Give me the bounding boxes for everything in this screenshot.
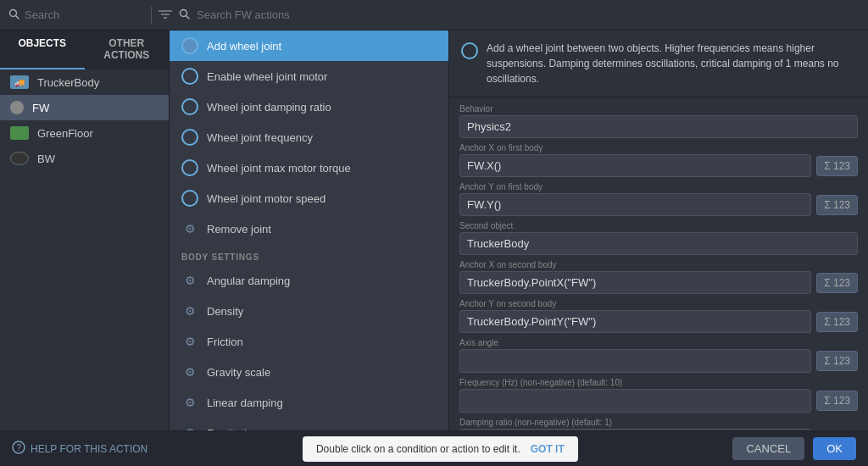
- gear-icon: ⚙: [181, 363, 198, 380]
- action-label: Density: [207, 305, 243, 318]
- gear-icon: ⚙: [181, 333, 198, 350]
- field-label-frequency: Frequency (Hz) (non-negative) (default: …: [459, 378, 858, 387]
- toast-got-it-button[interactable]: GOT IT: [531, 443, 565, 455]
- sigma-button-anchor-y-first[interactable]: Σ 123: [816, 195, 858, 215]
- circle-icon: [181, 129, 198, 146]
- object-label: TruckerBody: [37, 76, 99, 89]
- field-label-axis-angle: Axis angle: [459, 338, 858, 347]
- action-linear-damping[interactable]: ⚙ Linear damping: [170, 387, 448, 418]
- left-panel: OBJECTS OTHER ACTIONS 🚚 TruckerBody FW G…: [0, 31, 170, 430]
- description-area: Add a wheel joint between two objects. H…: [449, 31, 868, 97]
- sigma-button-frequency[interactable]: Σ 123: [816, 391, 858, 411]
- action-wheel-joint-frequency[interactable]: Wheel joint frequency: [170, 122, 448, 153]
- action-label: Linear damping: [207, 397, 283, 409]
- field-row-frequency: Σ 123: [459, 389, 858, 413]
- help-label: HELP FOR THIS ACTION: [31, 443, 147, 455]
- field-row-axis-angle: Σ 123: [459, 349, 858, 373]
- main-content: OBJECTS OTHER ACTIONS 🚚 TruckerBody FW G…: [0, 31, 868, 430]
- action-enable-wheel-joint-motor[interactable]: Enable wheel joint motor: [170, 61, 448, 92]
- action-remove-joint[interactable]: ⚙ Remove joint: [170, 214, 448, 244]
- field-value-second-object[interactable]: TruckerBody: [459, 232, 858, 255]
- help-button[interactable]: ? HELP FOR THIS ACTION: [12, 441, 147, 457]
- object-label: GreenFloor: [37, 127, 93, 140]
- field-anchor-y-first: Anchor Y on first body FW.Y() Σ 123: [459, 182, 858, 216]
- sigma-button-anchor-x-second[interactable]: Σ 123: [816, 273, 858, 293]
- filter-icon[interactable]: [159, 8, 172, 23]
- action-wheel-joint-max-motor-torque[interactable]: Wheel joint max motor torque: [170, 153, 448, 183]
- search-actions-input[interactable]: [197, 8, 349, 21]
- search-icon: [8, 8, 19, 23]
- field-anchor-x-second: Anchor X on second body TruckerBody.Poin…: [459, 260, 858, 294]
- field-value-behavior[interactable]: Physics2: [459, 115, 858, 138]
- svg-line-1: [16, 15, 19, 19]
- object-item-truckerbody[interactable]: 🚚 TruckerBody: [0, 69, 169, 95]
- action-add-wheel-joint[interactable]: Add wheel joint: [170, 31, 448, 61]
- gear-icon: ⚙: [181, 394, 198, 411]
- field-row-behavior: Physics2: [459, 115, 858, 138]
- body-settings-header: BODY SETTINGS: [170, 244, 448, 265]
- cancel-button[interactable]: CANCEL: [732, 437, 804, 460]
- toast-message: Double click on a condition or action to…: [303, 436, 578, 462]
- action-label: Wheel joint frequency: [207, 131, 313, 144]
- field-label-second-object: Second object: [459, 221, 858, 230]
- action-friction[interactable]: ⚙ Friction: [170, 326, 448, 357]
- circle-icon: [181, 68, 198, 85]
- action-wheel-joint-damping-ratio[interactable]: Wheel joint damping ratio: [170, 92, 448, 122]
- circle-icon: [181, 190, 198, 207]
- action-angular-damping[interactable]: ⚙ Angular damping: [170, 265, 448, 296]
- tab-other-actions[interactable]: OTHER ACTIONS: [85, 31, 170, 69]
- field-label-anchor-x-second: Anchor X on second body: [459, 260, 858, 269]
- field-value-anchor-x-first[interactable]: FW.X(): [459, 154, 811, 177]
- field-behavior: Behavior Physics2: [459, 104, 858, 138]
- gear-icon: ⚙: [181, 272, 198, 289]
- description-text: Add a wheel joint between two objects. H…: [487, 41, 856, 86]
- ok-button[interactable]: OK: [813, 437, 856, 460]
- gear-icon: ⚙: [181, 220, 198, 237]
- field-value-anchor-y-first[interactable]: FW.Y(): [459, 193, 811, 216]
- help-circle-icon: ?: [12, 441, 25, 457]
- object-icon-dark: [10, 152, 29, 165]
- object-item-fw[interactable]: FW: [0, 95, 169, 120]
- fields-area: Behavior Physics2 Anchor X on first body…: [449, 97, 868, 430]
- field-row-anchor-y-second: TruckerBody.PointY("FW") Σ 123: [459, 310, 858, 333]
- field-value-frequency[interactable]: [459, 389, 811, 413]
- tab-objects[interactable]: OBJECTS: [0, 31, 85, 69]
- toast-text: Double click on a condition or action to…: [316, 443, 520, 455]
- field-value-axis-angle[interactable]: [459, 349, 811, 373]
- object-item-greenfloor[interactable]: GreenFloor: [0, 120, 169, 146]
- action-label: Friction: [207, 336, 243, 348]
- field-row-anchor-x-first: FW.X() Σ 123: [459, 154, 858, 177]
- field-label-behavior: Behavior: [459, 104, 858, 114]
- filter-area: [159, 8, 349, 23]
- field-label-anchor-y-first: Anchor Y on first body: [459, 182, 858, 191]
- field-value-anchor-x-second[interactable]: TruckerBody.PointX("FW"): [459, 271, 811, 294]
- field-value-anchor-y-second[interactable]: TruckerBody.PointY("FW"): [459, 310, 811, 333]
- action-label: Add wheel joint: [207, 40, 281, 53]
- action-density[interactable]: ⚙ Density: [170, 296, 448, 326]
- action-label: Gravity scale: [207, 366, 270, 379]
- top-bar: [0, 0, 868, 31]
- global-search-input[interactable]: [25, 8, 109, 21]
- gear-icon: ⚙: [181, 424, 198, 430]
- action-wheel-joint-motor-speed[interactable]: Wheel joint motor speed: [170, 183, 448, 214]
- global-search: [8, 8, 144, 23]
- object-label: BW: [37, 153, 55, 165]
- circle-icon: [181, 37, 198, 54]
- field-damping-ratio: Damping ratio (non-negative) (default: 1…: [459, 418, 858, 430]
- right-panel: Add a wheel joint between two objects. H…: [449, 31, 868, 430]
- divider: [151, 7, 152, 24]
- field-row-anchor-x-second: TruckerBody.PointX("FW") Σ 123: [459, 271, 858, 294]
- action-gravity-scale[interactable]: ⚙ Gravity scale: [170, 357, 448, 387]
- action-restitution[interactable]: ⚙ Restitution: [170, 418, 448, 430]
- circle-icon: [181, 159, 198, 176]
- action-label: Wheel joint max motor torque: [207, 162, 351, 175]
- action-label: Wheel joint motor speed: [207, 192, 326, 205]
- object-item-bw[interactable]: BW: [0, 146, 169, 171]
- field-label-anchor-y-second: Anchor Y on second body: [459, 299, 858, 308]
- sigma-button-axis-angle[interactable]: Σ 123: [816, 351, 858, 371]
- sigma-button-anchor-x-first[interactable]: Σ 123: [816, 156, 858, 176]
- field-anchor-x-first: Anchor X on first body FW.X() Σ 123: [459, 143, 858, 177]
- sigma-button-anchor-y-second[interactable]: Σ 123: [816, 312, 858, 332]
- field-label-anchor-x-first: Anchor X on first body: [459, 143, 858, 153]
- bottom-bar: ? HELP FOR THIS ACTION Double click on a…: [0, 430, 868, 466]
